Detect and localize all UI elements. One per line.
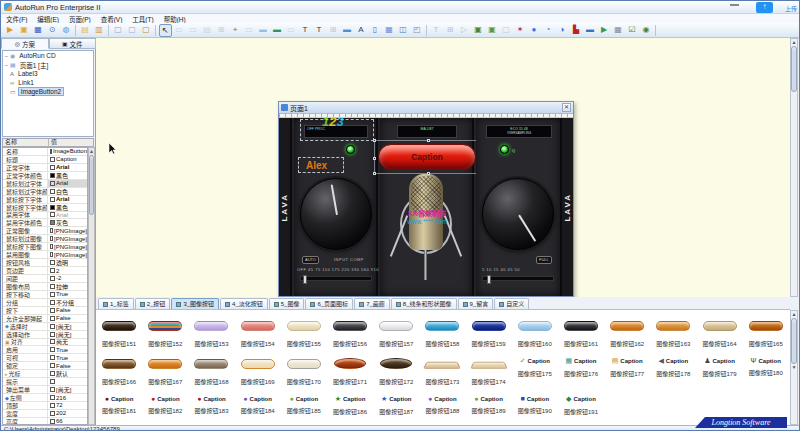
property-value[interactable]: Arial [48, 196, 87, 203]
menu-item[interactable]: 文件(F) [1, 14, 32, 24]
gallery-item[interactable]: 图像按钮168 [188, 348, 234, 386]
property-value[interactable]: True [48, 346, 87, 353]
tree-node-label[interactable]: 页面1 [主] [18, 60, 51, 70]
property-row[interactable]: 鼠标划过图像 [PNGImage] [3, 235, 87, 243]
toolbar-icon[interactable]: T [430, 24, 443, 37]
gallery-item[interactable]: 图像按钮159 [466, 310, 512, 348]
toolbar-icon[interactable]: ▤ [201, 24, 214, 37]
gallery-item[interactable]: ●Caption 图像按钮181 [96, 386, 142, 424]
tree-row[interactable]: A Label3 [3, 69, 93, 78]
menu-item[interactable]: 页面(P) [64, 14, 96, 24]
slider-left-thumb[interactable] [303, 275, 307, 284]
menu-item[interactable]: 帮助(H) [159, 14, 191, 24]
property-value[interactable]: 202 [48, 410, 87, 417]
toolbar-icon[interactable]: ◑ [556, 24, 569, 37]
toolbar-icon[interactable]: ▭ [187, 24, 200, 37]
property-value[interactable]: False [48, 315, 87, 322]
property-value[interactable]: 拉伸 [48, 283, 87, 290]
property-row[interactable]: 标题 Caption [3, 156, 87, 164]
gallery-item[interactable]: 图像按钮170 [281, 348, 327, 386]
gallery-item[interactable]: ●Caption 图像按钮182 [142, 386, 188, 424]
property-row[interactable]: 按下 False [3, 307, 87, 315]
property-value[interactable]: [PNGImage] [48, 243, 87, 250]
gallery-item[interactable]: ●Caption 图像按钮185 [281, 386, 327, 424]
upload-arrow-button[interactable]: ↑ [756, 2, 773, 13]
property-row[interactable]: 鼠标划过字体颜色 白色 [3, 188, 87, 196]
imagebutton2-caption[interactable]: Caption [378, 144, 476, 170]
tree-node-label[interactable]: ImageButton2 [18, 87, 64, 96]
gallery-tab[interactable]: 5_图像 [269, 298, 305, 309]
gallery-tab[interactable]: 7_画廊 [354, 298, 390, 309]
gallery-item[interactable]: 图像按钮165 [743, 310, 789, 348]
gallery-item[interactable]: 图像按钮172 [373, 348, 419, 386]
knob-left[interactable] [300, 178, 372, 250]
property-row[interactable]: 高度 66 [3, 418, 87, 425]
property-row[interactable]: 顶部 72 [3, 402, 87, 410]
toolbar-icon[interactable]: ▷ [458, 24, 471, 37]
property-value[interactable]: 白色 [48, 188, 87, 195]
gallery-item[interactable]: 图像按钮158 [419, 310, 465, 348]
toolbar-icon[interactable]: ◰ [411, 24, 424, 37]
toolbar-icon[interactable]: ▶ [4, 24, 17, 37]
properties-scroll-thumb[interactable] [89, 155, 94, 215]
gallery-item[interactable]: 图像按钮152 [142, 310, 188, 348]
toolbar-icon[interactable] [75, 25, 76, 36]
toolbar-icon[interactable]: ▙ [570, 24, 583, 37]
toolbar-icon[interactable]: ▥ [93, 24, 106, 37]
toolbar-icon[interactable]: ☑ [626, 24, 639, 37]
gallery-item[interactable]: ◀Caption 图像按钮178 [650, 348, 696, 386]
property-row[interactable]: 宽度 202 [3, 410, 87, 418]
property-row[interactable]: 禁用字体颜色 灰色 [3, 219, 87, 227]
property-row[interactable]: 锁定 False [3, 362, 87, 370]
property-row[interactable]: 正常字体颜色 黑色 [3, 172, 87, 180]
page-close-button[interactable]: ✕ [562, 103, 571, 112]
tree-node-label[interactable]: Label3 [16, 70, 40, 77]
property-row[interactable]: 图像布局 拉伸 [3, 283, 87, 291]
property-row[interactable]: 禁用图像 [PNGImage] [3, 251, 87, 259]
property-value[interactable]: 透明 [48, 259, 87, 266]
gallery-item[interactable]: 图像按钮156 [327, 310, 373, 348]
tree-row[interactable]: ▭ ImageButton2 [3, 87, 93, 96]
gallery-vertical-scrollbar[interactable]: ▲▼ [790, 310, 798, 425]
toolbar-icon[interactable]: ⊞ [215, 24, 228, 37]
property-value[interactable]: ImageButton2 [48, 148, 87, 155]
property-row[interactable]: 鼠标按下字体颜色 黑色 [3, 204, 87, 212]
gallery-item[interactable]: ●Caption 图像按钮189 [466, 386, 512, 424]
property-row[interactable]: 提示 [3, 378, 87, 386]
device-skin[interactable]: LAVA LAVA OFF PROC 123 Alex AUTO [279, 118, 573, 296]
property-value[interactable]: 66 [48, 418, 87, 425]
toolbar-icon[interactable]: ▦ [383, 24, 396, 37]
property-value[interactable]: Arial [48, 164, 87, 171]
gallery-item[interactable]: ●Caption 图像按钮184 [235, 386, 281, 424]
gallery-item[interactable]: ◆Caption 图像按钮191 [558, 386, 604, 424]
gallery-item[interactable]: 图像按钮157 [373, 310, 419, 348]
gallery-item[interactable]: ★Caption 图像按钮186 [327, 386, 373, 424]
gallery-item[interactable]: 图像按钮154 [235, 310, 281, 348]
gallery-tab[interactable]: 自定义 [494, 298, 529, 309]
gallery-tab[interactable]: 2_按钮 [135, 298, 171, 309]
property-row[interactable]: 按下移动 True [3, 291, 87, 299]
property-row[interactable]: 页边距 2 [3, 267, 87, 275]
toolbar-icon[interactable] [426, 25, 427, 36]
slider-right-thumb[interactable] [487, 275, 491, 284]
page-design-window[interactable]: 页面1 ✕ LAVA LAVA OFF PROC 123 Alex [278, 101, 574, 297]
slider-right[interactable] [482, 276, 554, 281]
property-value[interactable]: 黑色 [48, 172, 87, 179]
toolbar-icon[interactable]: T [299, 24, 312, 37]
toolbar-icon[interactable]: ▦ [32, 24, 45, 37]
gallery-item[interactable]: ΨCaption 图像按钮180 [743, 348, 789, 386]
property-value[interactable]: [尚无] [48, 331, 87, 338]
property-row[interactable]: 分组 不分组 [3, 299, 87, 307]
property-row[interactable]: 间距 -2 [3, 275, 87, 283]
knob-right[interactable] [482, 178, 554, 250]
property-row[interactable]: 鼠标按下图像 [PNGImage] [3, 243, 87, 251]
property-row[interactable]: 禁用字体 Arial [3, 212, 87, 220]
design-canvas[interactable]: 页面1 ✕ LAVA LAVA OFF PROC 123 Alex [96, 38, 790, 297]
toolbar-icon[interactable]: ▭ [285, 24, 298, 37]
gallery-item[interactable]: 图像按钮166 [96, 348, 142, 386]
property-value[interactable]: 2 [48, 267, 87, 274]
gallery-item[interactable]: ★Caption 图像按钮187 [373, 386, 419, 424]
toolbar-icon[interactable]: ▶ [598, 24, 611, 37]
toolbar-icon[interactable]: A [355, 24, 368, 37]
property-value[interactable]: [尚无] [48, 323, 87, 330]
